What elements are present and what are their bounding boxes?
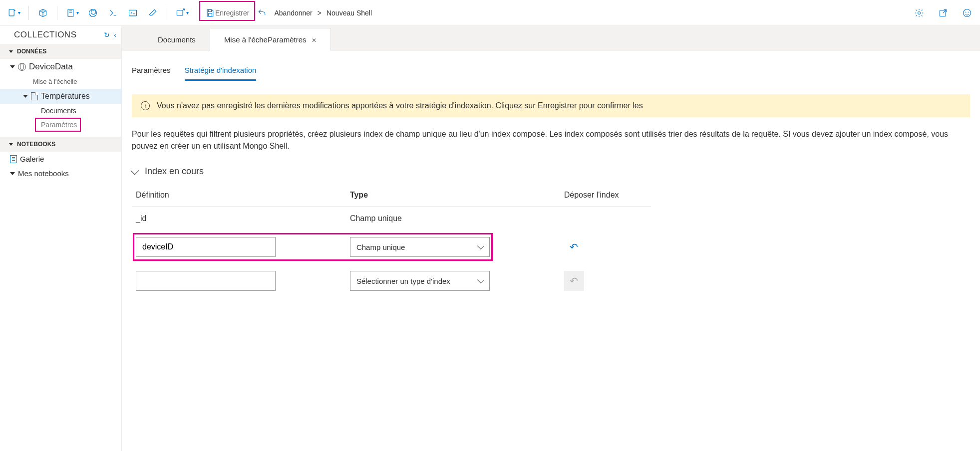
open-link-icon <box>175 8 185 18</box>
caret-down-icon <box>9 143 13 146</box>
document-tabs: Documents Mise à l'écheParamètres ✕ <box>122 26 980 51</box>
clear-button[interactable] <box>144 4 162 22</box>
package-button[interactable] <box>34 4 52 22</box>
command-bar: ▾ ▾ ▾ Enregistrer Abandonner > Nouveau S… <box>0 0 980 26</box>
svg-rect-8 <box>209 13 212 16</box>
tree-my-notebooks[interactable]: Mes notebooks <box>0 166 121 181</box>
tab-scale-params[interactable]: Mise à l'écheParamètres ✕ <box>210 28 331 51</box>
sidebar-section-notebooks[interactable]: NOTEBOOKS <box>0 137 121 152</box>
collapse-sidebar-icon[interactable]: ‹ <box>114 31 116 39</box>
section-data-label: DONNÉES <box>17 48 46 55</box>
index-section-title: Index en cours <box>145 166 204 177</box>
tree-documents[interactable]: Documents <box>0 104 121 118</box>
eraser-icon <box>148 8 158 18</box>
terminal-chevron-icon <box>108 8 118 18</box>
cube-icon <box>38 8 48 18</box>
new-item-button[interactable]: ▾ <box>4 4 23 22</box>
unsaved-alert: i Vous n'avez pas enregistré les dernièr… <box>132 94 970 117</box>
notebook-icon <box>65 8 75 18</box>
svg-point-11 <box>964 9 971 16</box>
chevron-down-icon: ▾ <box>76 10 79 15</box>
notebook-button[interactable]: ▾ <box>62 4 82 22</box>
separator <box>197 6 197 20</box>
subtabs: Paramètres Stratégie d'indexation <box>132 63 970 81</box>
tree-collection[interactable]: Températures <box>0 89 121 104</box>
breadcrumb-new-shell[interactable]: Nouveau Shell <box>327 9 372 17</box>
svg-rect-6 <box>177 10 183 15</box>
github-icon <box>88 8 98 18</box>
index-section-header[interactable]: Index en cours <box>132 166 970 177</box>
close-tab-icon[interactable]: ✕ <box>312 37 317 44</box>
chevron-down-icon <box>477 276 484 283</box>
tree-scale[interactable]: Mise à l'échelle <box>0 75 121 89</box>
new-document-icon <box>7 8 17 18</box>
separator <box>57 6 57 20</box>
chevron-down-icon <box>477 242 484 249</box>
sidebar-section-data[interactable]: DONNÉES <box>0 44 121 59</box>
separator <box>167 6 167 20</box>
help-paragraph: Pour les requêtes qui filtrent plusieurs… <box>132 128 970 152</box>
tree-parametres[interactable]: Paramètres <box>0 118 121 132</box>
table-row: Sélectionner un type d'index↶ <box>132 264 651 298</box>
subtab-indexing[interactable]: Stratégie d'indexation <box>185 63 257 81</box>
index-type-select[interactable]: Sélectionner un type d'index <box>350 271 490 291</box>
main-area: Documents Mise à l'écheParamètres ✕ Para… <box>122 26 980 451</box>
index-type-value: Sélectionner un type d'index <box>356 277 450 285</box>
chevron-down-icon: ▾ <box>186 10 189 15</box>
svg-rect-5 <box>129 10 137 16</box>
svg-rect-1 <box>68 9 73 16</box>
gallery-icon <box>10 155 17 163</box>
my-notebooks-label: Mes notebooks <box>18 169 69 178</box>
feedback-button[interactable] <box>958 4 976 22</box>
table-row: Champ unique↶ <box>132 230 651 264</box>
undo-index-button[interactable]: ↶ <box>564 237 584 257</box>
sidebar: COLLECTIONS ↻ ‹ DONNÉES DeviceData Mise … <box>0 26 122 451</box>
tab-scale-params-label: Mise à l'écheParamètres <box>224 35 307 44</box>
sidebar-title: COLLECTIONS <box>14 30 76 40</box>
col-drop: Déposer l'index <box>560 186 651 207</box>
refresh-icon[interactable]: ↻ <box>104 31 110 39</box>
gear-icon <box>914 8 924 18</box>
caret-down-icon <box>10 65 15 68</box>
undo-index-button: ↶ <box>564 271 584 291</box>
info-icon: i <box>141 101 150 110</box>
table-row: _idChamp unique <box>132 207 651 230</box>
tab-documents-label: Documents <box>158 35 196 44</box>
console-icon <box>128 8 138 18</box>
collection-label: Températures <box>41 92 90 101</box>
svg-rect-0 <box>9 9 14 15</box>
github-button[interactable] <box>84 4 102 22</box>
index-type-value: Champ unique <box>356 243 405 251</box>
caret-down-icon <box>10 172 15 175</box>
tab-documents[interactable]: Documents <box>144 28 210 51</box>
svg-rect-7 <box>209 9 212 11</box>
breadcrumb-sep: > <box>318 9 322 17</box>
index-table: Définition Type Déposer l'index _idChamp… <box>132 186 651 298</box>
section-notebooks-label: NOTEBOOKS <box>17 141 55 148</box>
external-icon <box>938 8 948 18</box>
console-button[interactable] <box>124 4 142 22</box>
separator <box>28 6 29 20</box>
database-icon <box>18 63 26 71</box>
terminal-button[interactable] <box>104 4 122 22</box>
collection-icon <box>31 92 38 100</box>
discard-label[interactable]: Abandonner <box>274 9 312 17</box>
subtab-params[interactable]: Paramètres <box>132 63 171 81</box>
smiley-icon <box>962 8 972 18</box>
save-button[interactable]: Enregistrer <box>202 4 252 22</box>
undo-button[interactable] <box>254 4 270 22</box>
chevron-down-icon: ▾ <box>18 10 20 15</box>
index-type-select[interactable]: Champ unique <box>350 237 490 257</box>
chevron-down-icon <box>131 166 139 175</box>
index-type-static: Champ unique <box>346 207 560 230</box>
link-button[interactable]: ▾ <box>172 4 192 22</box>
index-definition-input[interactable] <box>136 237 276 257</box>
tree-gallery[interactable]: Galerie <box>0 152 121 166</box>
settings-button[interactable] <box>910 4 928 22</box>
open-external-button[interactable] <box>934 4 952 22</box>
gallery-label: Galerie <box>20 155 44 163</box>
tree-database[interactable]: DeviceData <box>0 59 121 75</box>
index-definition-input[interactable] <box>136 271 276 291</box>
svg-point-12 <box>966 11 966 12</box>
undo-icon <box>257 8 267 18</box>
